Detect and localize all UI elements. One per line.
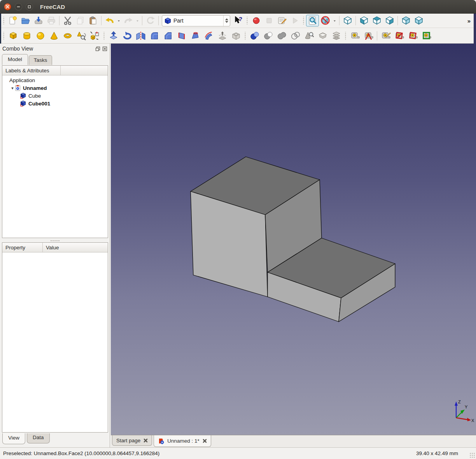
macro-edit-button[interactable] bbox=[275, 15, 288, 26]
tab-data[interactable]: Data bbox=[27, 433, 50, 443]
mirror-button[interactable] bbox=[134, 29, 147, 42]
tab-view[interactable]: View bbox=[2, 433, 25, 444]
view-top-button[interactable] bbox=[370, 15, 383, 26]
offset-icon bbox=[217, 31, 228, 41]
shape-builder-button[interactable] bbox=[88, 29, 102, 42]
boolean-union-button[interactable] bbox=[275, 29, 289, 42]
undo-menu-button[interactable] bbox=[116, 15, 122, 26]
primitive-cylinder-button[interactable] bbox=[20, 29, 33, 42]
refresh-icon bbox=[145, 16, 156, 26]
freecad-document-icon bbox=[158, 438, 164, 444]
extrude-button[interactable] bbox=[107, 29, 120, 42]
unnamed-tab-label: Unnamed : 1* bbox=[167, 438, 200, 444]
measure-linear-button[interactable] bbox=[348, 29, 362, 42]
check-geometry-button[interactable] bbox=[302, 29, 316, 42]
record-icon bbox=[251, 16, 261, 26]
window-close-button[interactable] bbox=[4, 3, 11, 11]
boolean-button[interactable] bbox=[248, 29, 261, 42]
toolbar-overflow-button[interactable]: » bbox=[467, 18, 471, 24]
thickness-button[interactable] bbox=[229, 29, 243, 42]
cut-button[interactable] bbox=[61, 15, 74, 26]
tree-item-cube001[interactable]: Cube001 bbox=[2, 100, 108, 107]
measure-refresh-icon bbox=[381, 31, 391, 41]
primitive-box-button[interactable] bbox=[6, 29, 20, 42]
boolean-cut-button[interactable] bbox=[261, 29, 275, 42]
toolbar-part bbox=[0, 28, 474, 44]
tab-tasks[interactable]: Tasks bbox=[29, 55, 52, 65]
redo-menu-button bbox=[135, 15, 140, 26]
toolbar-drag-handle bbox=[344, 32, 347, 40]
undo-button[interactable] bbox=[103, 15, 116, 26]
print-icon bbox=[46, 16, 56, 26]
workbench-spinner[interactable] bbox=[223, 16, 230, 26]
primitive-torus-button[interactable] bbox=[61, 29, 74, 42]
measure-clear-icon bbox=[394, 31, 404, 41]
cross-section-button[interactable] bbox=[316, 29, 329, 42]
3d-viewport[interactable]: Z Y X bbox=[111, 44, 476, 435]
open-document-button[interactable] bbox=[19, 15, 32, 26]
combo-view-tabs: Model Tasks bbox=[0, 54, 110, 65]
ruled-surface-icon bbox=[177, 31, 187, 41]
close-tab-icon[interactable] bbox=[144, 438, 148, 443]
measure-toggle-all-button[interactable] bbox=[406, 29, 420, 42]
tab-model[interactable]: Model bbox=[2, 54, 28, 65]
view-isometric-button[interactable] bbox=[341, 15, 354, 26]
primitive-cone-button[interactable] bbox=[47, 29, 61, 42]
close-tab-icon[interactable] bbox=[203, 439, 207, 443]
tree-item-unnamed[interactable]: ▾Unnamed bbox=[2, 84, 108, 92]
draw-style-button[interactable] bbox=[319, 15, 332, 26]
expand-arrow-icon[interactable]: ▾ bbox=[10, 86, 15, 90]
window-maximize-button[interactable] bbox=[26, 3, 33, 11]
resize-grip[interactable] bbox=[469, 452, 475, 458]
loft-button[interactable] bbox=[188, 29, 202, 42]
tree-item-application[interactable]: Application bbox=[2, 76, 108, 84]
workbench-selector[interactable]: Part bbox=[162, 15, 230, 26]
view-bottom-button[interactable] bbox=[412, 15, 425, 26]
offset-button[interactable] bbox=[215, 29, 229, 42]
tab-start-page[interactable]: Start page bbox=[112, 435, 152, 446]
copy-icon bbox=[75, 16, 86, 26]
cross-sections-button[interactable] bbox=[329, 29, 343, 42]
view-front-button[interactable] bbox=[357, 15, 370, 26]
draw-style-menu-button[interactable] bbox=[332, 15, 338, 26]
measure-angular-button[interactable] bbox=[362, 29, 375, 42]
macro-record-button[interactable] bbox=[250, 15, 262, 26]
cube-bottom-icon bbox=[414, 16, 424, 26]
create-primitives-button[interactable] bbox=[74, 29, 88, 42]
check-geom-icon bbox=[304, 31, 314, 41]
paste-button[interactable] bbox=[87, 15, 100, 26]
measure-clear-all-button[interactable] bbox=[392, 29, 406, 42]
tab-unnamed-document[interactable]: Unnamed : 1* bbox=[154, 435, 211, 447]
macro-play-button bbox=[288, 15, 301, 26]
panel-float-button[interactable] bbox=[95, 46, 100, 51]
chamfer-button[interactable] bbox=[161, 29, 175, 42]
revolve-button[interactable] bbox=[120, 29, 134, 42]
measure-toggle-3d-button[interactable] bbox=[420, 29, 433, 42]
sweep-button[interactable] bbox=[202, 29, 215, 42]
toolbar-separator bbox=[158, 16, 159, 25]
fillet-button[interactable] bbox=[147, 29, 161, 42]
view-rear-button[interactable] bbox=[399, 15, 412, 26]
macro-stop-button bbox=[262, 15, 275, 26]
primitive-sphere-button[interactable] bbox=[33, 29, 47, 42]
panel-close-button[interactable] bbox=[102, 46, 107, 51]
toolbar-separator bbox=[377, 31, 377, 40]
new-document-button[interactable] bbox=[6, 15, 19, 26]
panel-splitter[interactable] bbox=[2, 239, 108, 242]
window-minimize-button[interactable] bbox=[15, 3, 22, 11]
cross-sections-icon bbox=[331, 31, 341, 41]
whats-this-button[interactable]: ? bbox=[232, 15, 245, 26]
save-document-button[interactable] bbox=[32, 15, 45, 26]
doc-new-icon bbox=[8, 16, 18, 26]
boolean-intersection-button[interactable] bbox=[289, 29, 302, 42]
window-title: FreeCAD bbox=[40, 4, 65, 10]
z-axis-label: Z bbox=[458, 399, 461, 404]
view-right-button[interactable] bbox=[383, 15, 396, 26]
fit-all-button[interactable] bbox=[306, 15, 319, 26]
tree-item-cube[interactable]: Cube bbox=[2, 92, 108, 100]
tree-item-label: Cube001 bbox=[28, 101, 50, 107]
measure-refresh-button[interactable] bbox=[379, 29, 392, 42]
play-icon bbox=[290, 16, 300, 26]
scissors-icon bbox=[63, 16, 73, 26]
ruled-surface-button[interactable] bbox=[175, 29, 188, 42]
